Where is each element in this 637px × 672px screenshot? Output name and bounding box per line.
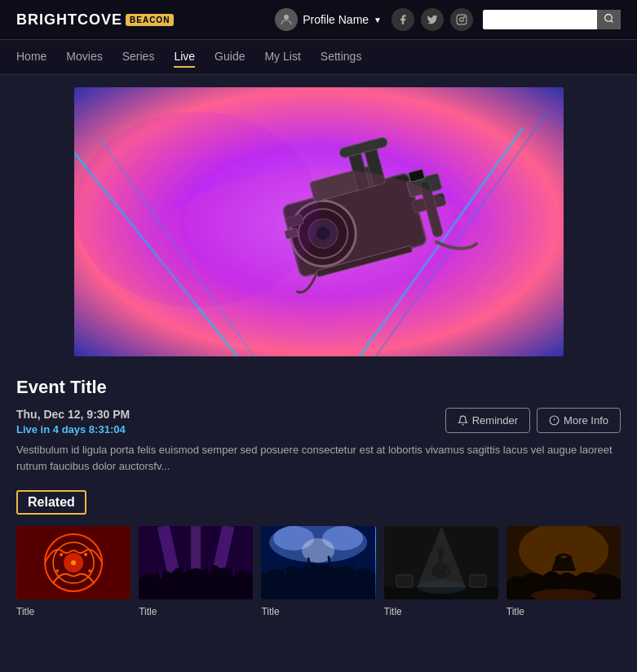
related-thumb-3 bbox=[261, 526, 375, 599]
svg-rect-1 bbox=[457, 15, 467, 24]
svg-line-5 bbox=[611, 20, 613, 22]
related-item-title-4: Title bbox=[384, 606, 402, 617]
nav-item-mylist[interactable]: My List bbox=[264, 46, 300, 68]
nav-item-series[interactable]: Series bbox=[122, 46, 155, 68]
event-meta: Thu, Dec 12, 9:30 PM Live in 4 days 8:31… bbox=[16, 408, 621, 435]
event-title: Event Title bbox=[16, 377, 621, 398]
related-item-title-5: Title bbox=[507, 606, 524, 617]
svg-point-4 bbox=[605, 15, 613, 22]
event-buttons: Reminder More Info bbox=[445, 408, 621, 433]
svg-point-3 bbox=[464, 16, 465, 17]
related-item-title-2: Title bbox=[139, 606, 157, 617]
search-button[interactable] bbox=[597, 10, 621, 29]
related-thumb-5 bbox=[507, 526, 621, 599]
logo-text: BRIGHTCOVE bbox=[16, 11, 122, 29]
list-item[interactable]: Title bbox=[384, 526, 498, 618]
list-item[interactable]: Title bbox=[507, 526, 621, 618]
svg-point-28 bbox=[74, 112, 319, 307]
search-input[interactable] bbox=[483, 11, 597, 29]
svg-rect-48 bbox=[232, 565, 235, 576]
profile-section[interactable]: Profile Name ▼ bbox=[275, 8, 382, 31]
related-thumb-2 bbox=[139, 526, 253, 599]
svg-rect-59 bbox=[396, 575, 413, 587]
nav-item-settings[interactable]: Settings bbox=[321, 46, 362, 68]
profile-name: Profile Name bbox=[303, 13, 369, 26]
related-item-title-3: Title bbox=[261, 606, 279, 617]
svg-rect-45 bbox=[159, 567, 162, 579]
nav-item-movies[interactable]: Movies bbox=[66, 46, 102, 68]
svg-point-39 bbox=[55, 569, 59, 573]
logo: BRIGHTCOVE BEACON bbox=[16, 11, 174, 29]
hero-image bbox=[74, 87, 564, 356]
svg-point-61 bbox=[417, 581, 466, 594]
svg-point-37 bbox=[60, 553, 63, 556]
chevron-down-icon: ▼ bbox=[374, 15, 382, 24]
list-item[interactable]: Title bbox=[139, 526, 253, 618]
svg-point-57 bbox=[436, 563, 447, 571]
event-live-status: Live in 4 days 8:31:04 bbox=[16, 423, 130, 435]
list-item[interactable]: Title bbox=[261, 526, 375, 618]
profile-icon bbox=[275, 8, 298, 31]
svg-point-2 bbox=[460, 18, 464, 22]
event-datetime-section: Thu, Dec 12, 9:30 PM Live in 4 days 8:31… bbox=[16, 408, 130, 435]
related-grid: Title bbox=[16, 526, 621, 618]
nav-item-live[interactable]: Live bbox=[174, 46, 195, 68]
hero-container bbox=[0, 75, 637, 365]
related-label: Related bbox=[16, 490, 86, 515]
logo-badge: BEACON bbox=[126, 14, 174, 26]
related-item-title-1: Title bbox=[16, 606, 34, 617]
svg-rect-47 bbox=[208, 560, 211, 572]
event-datetime: Thu, Dec 12, 9:30 PM bbox=[16, 408, 130, 421]
nav-item-home[interactable]: Home bbox=[16, 46, 46, 68]
nav-item-guide[interactable]: Guide bbox=[215, 46, 245, 68]
header-right: Profile Name ▼ bbox=[275, 8, 621, 31]
list-item[interactable]: Title bbox=[16, 526, 130, 618]
svg-point-36 bbox=[71, 560, 76, 565]
svg-rect-46 bbox=[184, 563, 186, 573]
svg-point-0 bbox=[284, 15, 289, 20]
related-thumb-1 bbox=[16, 526, 130, 599]
header: BRIGHTCOVE BEACON Profile Name ▼ bbox=[0, 0, 637, 40]
reminder-button[interactable]: Reminder bbox=[445, 408, 530, 433]
main-content: Event Title Thu, Dec 12, 9:30 PM Live in… bbox=[0, 75, 637, 626]
svg-point-38 bbox=[84, 553, 87, 556]
more-info-button[interactable]: More Info bbox=[537, 408, 621, 433]
svg-point-40 bbox=[88, 569, 91, 573]
facebook-icon[interactable] bbox=[391, 8, 414, 31]
instagram-icon[interactable] bbox=[450, 8, 473, 31]
event-description: Vestibulum id ligula porta felis euismod… bbox=[16, 442, 621, 474]
event-info: Event Title Thu, Dec 12, 9:30 PM Live in… bbox=[0, 365, 637, 482]
related-section: Related bbox=[0, 482, 637, 626]
search-box[interactable] bbox=[483, 10, 621, 29]
social-icons bbox=[391, 8, 473, 31]
related-thumb-4 bbox=[384, 526, 498, 599]
svg-rect-60 bbox=[470, 575, 486, 587]
twitter-icon[interactable] bbox=[421, 8, 444, 31]
nav: Home Movies Series Live Guide My List Se… bbox=[0, 40, 637, 75]
